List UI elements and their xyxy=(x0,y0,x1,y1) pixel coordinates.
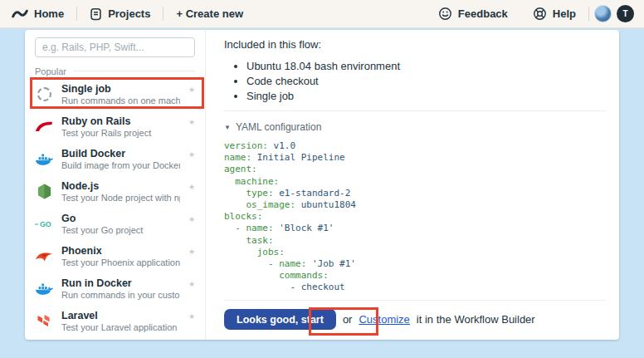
yaml-line: name: Initial Pipeline xyxy=(224,152,606,164)
template-item-laravel[interactable]: Laravel Test your Laravel application ★ xyxy=(25,305,205,337)
lifebuoy-help-icon xyxy=(533,7,547,21)
workflow-builder-text: it in the Workflow Builder xyxy=(417,313,535,326)
included-items-list: Ubuntu 18.04 bash environment Code check… xyxy=(224,59,606,104)
yaml-line: machine: xyxy=(224,176,606,188)
template-subtitle: Test your Go project xyxy=(61,225,180,236)
star-icon[interactable]: ★ xyxy=(188,150,195,159)
star-icon[interactable]: ★ xyxy=(188,280,195,288)
template-title: Go xyxy=(61,213,180,225)
template-title: Laravel xyxy=(61,310,180,322)
projects-list-icon xyxy=(90,7,102,21)
template-item-nodejs[interactable]: Node.js Test your Node project with npm … xyxy=(25,175,205,208)
template-title: Node.js xyxy=(61,180,180,193)
user-photo-avatar[interactable] xyxy=(594,5,612,22)
star-icon[interactable]: ★ xyxy=(188,118,195,126)
yaml-line: commands: xyxy=(224,270,606,282)
nav-left-group: Home Projects + Create new xyxy=(10,0,437,28)
template-title: Single job xyxy=(61,83,180,96)
included-item: Ubuntu 18.04 bash environment xyxy=(246,59,606,74)
star-icon[interactable]: ★ xyxy=(188,86,195,94)
semaphore-logo-icon xyxy=(12,8,28,19)
template-sidebar: Popular Single job Run commands on one m… xyxy=(25,30,206,340)
template-subtitle: Test your Phoenix application xyxy=(61,257,180,268)
dashed-circle-icon xyxy=(35,87,53,101)
template-item-build-docker[interactable]: Build Docker Build image from your Docke… xyxy=(25,143,205,175)
phoenix-icon xyxy=(35,250,53,262)
nav-projects[interactable]: Projects xyxy=(77,0,163,28)
laravel-icon xyxy=(35,314,53,328)
star-icon[interactable]: ★ xyxy=(188,215,195,223)
template-subtitle: Test your Laravel application xyxy=(61,322,180,333)
docker-icon xyxy=(35,152,53,166)
star-icon[interactable]: ★ xyxy=(188,248,195,256)
nav-home-label: Home xyxy=(34,7,64,20)
template-title: Phoenix xyxy=(61,245,180,257)
nav-create-new[interactable]: + Create new xyxy=(163,0,256,28)
template-title: Run in Docker xyxy=(61,277,180,290)
top-navigation-bar: Home Projects + Create new xyxy=(0,0,644,28)
rails-icon xyxy=(35,120,53,133)
yaml-configuration-label: YAML configuration xyxy=(236,121,321,133)
yaml-line: jobs: xyxy=(224,247,606,258)
or-text: or xyxy=(343,313,353,326)
template-subtitle: Test your Rails project xyxy=(61,128,180,139)
nav-create-new-label: + Create new xyxy=(176,7,243,20)
template-subtitle: Run commands in your custom pre... xyxy=(61,290,180,301)
nav-projects-label: Projects xyxy=(108,7,150,20)
template-item-go[interactable]: GO Go Test your Go project ★ xyxy=(25,208,205,240)
yaml-line: type: e1-standard-2 xyxy=(224,188,606,199)
yaml-line: task: xyxy=(224,235,606,247)
svg-text:GO: GO xyxy=(40,220,51,228)
popular-section-header: Popular xyxy=(35,66,195,76)
nav-help-label: Help xyxy=(553,7,576,20)
template-item-phoenix[interactable]: Phoenix Test your Phoenix application ★ xyxy=(25,240,205,272)
yaml-line: - checkout xyxy=(224,282,606,293)
collapse-caret-icon: ▼ xyxy=(224,124,231,131)
action-footer: Looks good, start or Customize it in the… xyxy=(224,300,606,340)
project-setup-card: Popular Single job Run commands on one m… xyxy=(25,30,619,340)
yaml-code-block: version: v1.0 name: Initial Pipeline age… xyxy=(224,140,606,294)
docker-icon xyxy=(35,282,53,296)
go-icon: GO xyxy=(35,219,53,229)
yaml-line: version: v1.0 xyxy=(224,140,606,152)
template-search xyxy=(35,37,195,57)
nav-divider xyxy=(588,7,589,21)
star-icon[interactable]: ★ xyxy=(188,183,195,191)
template-subtitle: Build image from your Dockerfile xyxy=(61,160,180,171)
customize-link[interactable]: Customize xyxy=(359,313,409,326)
included-item: Code checkout xyxy=(246,74,606,89)
nav-feedback[interactable]: Feedback xyxy=(437,0,520,28)
template-item-run-in-docker[interactable]: Run in Docker Run commands in your custo… xyxy=(25,272,205,305)
nav-feedback-label: Feedback xyxy=(458,7,508,20)
popular-divider-line xyxy=(73,71,195,71)
smiley-feedback-icon xyxy=(438,7,452,21)
template-item-ruby-on-rails[interactable]: Ruby on Rails Test your Rails project ★ xyxy=(25,110,205,143)
organization-avatar[interactable]: T xyxy=(617,5,634,22)
nav-help[interactable]: Help xyxy=(520,0,588,28)
included-in-flow-title: Included in this flow: xyxy=(224,38,606,51)
yaml-line: os_image: ubuntu1804 xyxy=(224,199,606,211)
nav-home[interactable]: Home xyxy=(10,0,76,28)
yaml-line: - name: 'Block #1' xyxy=(224,223,606,234)
yaml-line: blocks: xyxy=(224,211,606,223)
template-title: Build Docker xyxy=(61,148,180,160)
yaml-line: agent: xyxy=(224,164,606,175)
included-item: Single job xyxy=(246,89,606,104)
template-detail-panel: Included in this flow: Ubuntu 18.04 bash… xyxy=(206,30,619,340)
yaml-line: - name: 'Job #1' xyxy=(224,258,606,270)
section-divider xyxy=(224,110,606,111)
template-title: Ruby on Rails xyxy=(61,115,180,128)
template-item-single-job[interactable]: Single job Run commands on one machine ★ xyxy=(25,78,205,110)
yaml-configuration-toggle[interactable]: ▼ YAML configuration xyxy=(224,121,606,133)
star-icon[interactable]: ★ xyxy=(188,312,195,321)
looks-good-start-button[interactable]: Looks good, start xyxy=(224,309,336,330)
template-search-input[interactable] xyxy=(35,37,195,57)
nodejs-icon xyxy=(35,184,53,199)
nav-right-group: Feedback Help T xyxy=(437,0,634,28)
template-subtitle: Run commands on one machine xyxy=(61,96,180,106)
popular-label: Popular xyxy=(35,66,66,76)
template-subtitle: Test your Node project with npm xyxy=(61,193,180,204)
